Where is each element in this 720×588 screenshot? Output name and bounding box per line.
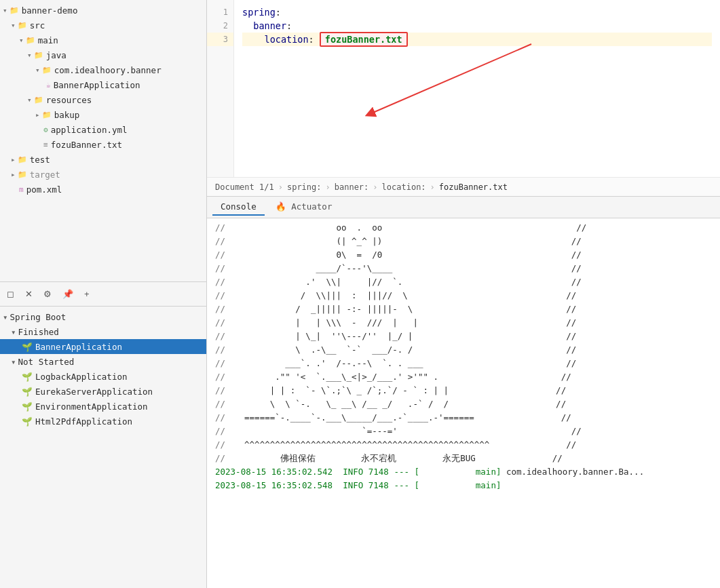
console-text: / \\||| : |||// \ //	[234, 289, 712, 302]
console-output[interactable]: // oo . oo // // (| ^_^ |) // // 0\ = /0	[207, 218, 720, 588]
breadcrumb-doc: Document 1/1	[215, 182, 274, 192]
spring-boot-label: Spring Boot	[10, 312, 67, 322]
run-tree: ▾ Spring Boot ▾ Finished 🌱 BannerApplica…	[0, 307, 206, 588]
console-log-line: 2023-08-15 16:35:02.542 INFO 7148 --- [ …	[215, 465, 712, 479]
run-item-label: EnvironmentApplication	[35, 401, 148, 412]
tree-item-pom-xml[interactable]: m pom.xml	[0, 182, 206, 197]
run-item-eureka[interactable]: 🌱 EurekaServerApplication	[0, 384, 206, 399]
tree-item-com-idealhoory[interactable]: ▾ 📁 com.idealhoory.banner	[0, 62, 206, 77]
txt-file-icon: ≡	[43, 140, 48, 149]
console-area: Console 🔥 Actuator // oo . oo // // (| ^…	[207, 197, 720, 588]
folder-icon: 📁	[42, 111, 52, 119]
tree-label: com.idealhoory.banner	[54, 65, 162, 75]
folder-icon: 📁	[42, 66, 52, 75]
run-section-finished[interactable]: ▾ Finished	[0, 324, 206, 339]
console-text: ___`. .' /--.--\ `. . ___ //	[234, 357, 712, 370]
console-text: | | \\\ - /// | | //	[234, 316, 712, 330]
console-text: 佛祖保佑 永不宕机 永无BUG //	[234, 452, 712, 465]
run-pin-button[interactable]: 📌	[60, 288, 76, 300]
console-prefix: //	[215, 343, 234, 357]
run-item-environment[interactable]: 🌱 EnvironmentApplication	[0, 399, 206, 414]
spring-icon: 🌱	[22, 387, 33, 397]
console-line: // / \\||| : |||// \ //	[215, 289, 712, 302]
console-line: // `=---=' //	[215, 425, 712, 438]
console-prefix: //	[215, 275, 234, 289]
code-editor[interactable]: 1 2 3 spring: banner: location: fozuBann…	[207, 0, 720, 177]
breadcrumb-banner: banner:	[335, 182, 369, 192]
folder-icon: 📁	[34, 51, 43, 60]
spring-icon: 🌱	[22, 401, 33, 412]
run-item-label: Html2PdfApplication	[35, 416, 132, 427]
console-text: .' \\| |// `. //	[234, 275, 712, 289]
chevron-right-icon: ▸	[11, 170, 16, 179]
tree-item-banner-application-java[interactable]: ☕ BannerApplication	[0, 77, 206, 92]
run-item-label: BannerApplication	[35, 342, 122, 352]
console-text: ^^^^^^^^^^^^^^^^^^^^^^^^^^^^^^^^^^^^^^^^…	[234, 438, 712, 452]
chevron-down-icon: ▾	[27, 96, 32, 104]
console-prefix: //	[215, 384, 234, 397]
run-controls: ◻ ✕ ⚙ 📌 +	[0, 282, 206, 307]
console-line: // 佛祖保佑 永不宕机 永无BUG //	[215, 452, 712, 465]
console-text: ======`-.____`-.___\_____/___.-`____.-'=…	[234, 411, 712, 425]
run-filter-button[interactable]: ⚙	[41, 288, 54, 300]
run-add-button[interactable]: +	[81, 288, 92, 300]
tree-item-resources[interactable]: ▾ 📁 resources	[0, 92, 206, 107]
tree-item-test[interactable]: ▸ 📁 test	[0, 152, 206, 167]
run-item-label: EurekaServerApplication	[35, 387, 153, 397]
run-section-not-started[interactable]: ▾ Not Started	[0, 354, 206, 369]
console-prefix: //	[215, 330, 234, 343]
console-line: // oo . oo //	[215, 221, 712, 235]
run-stop-button[interactable]: ◻	[4, 288, 17, 300]
chevron-down-icon: ▾	[3, 6, 7, 15]
tab-console[interactable]: Console	[212, 199, 265, 216]
console-prefix: //	[215, 302, 234, 316]
file-tree: ▾ 📁 banner-demo ▾ 📁 src ▾ 📁 main ▾ 📁 jav…	[0, 0, 206, 281]
editor-wrapper: 1 2 3 spring: banner: location: fozuBann…	[207, 0, 720, 177]
tree-item-fozubanner-txt[interactable]: ≡ fozuBanner.txt	[0, 137, 206, 152]
run-item-logback[interactable]: 🌱 LogbackApplication	[0, 369, 206, 384]
tree-label: java	[46, 50, 67, 60]
tree-item-src[interactable]: ▾ 📁 src	[0, 18, 206, 33]
tree-item-java[interactable]: ▾ 📁 java	[0, 47, 206, 62]
chevron-down-icon: ▾	[35, 66, 40, 75]
console-text: 2023-08-15 16:35:02.548 INFO 7148 --- [ …	[215, 479, 712, 492]
console-prefix: //	[215, 289, 234, 302]
chevron-right-icon: ▸	[11, 155, 16, 164]
tree-label: pom.xml	[26, 184, 62, 195]
tree-label: application.yml	[51, 125, 128, 135]
tree-item-main[interactable]: ▾ 📁 main	[0, 33, 206, 47]
console-tabs: Console 🔥 Actuator	[207, 197, 720, 218]
console-line: // ======`-.____`-.___\_____/___.-`____.…	[215, 411, 712, 425]
console-line: // ____/`---'\____ //	[215, 262, 712, 275]
line-num-2: 2	[207, 19, 233, 33]
run-item-banner-application[interactable]: 🌱 BannerApplication	[0, 339, 206, 354]
xml-file-icon: m	[19, 185, 24, 194]
tree-label: banner-demo	[22, 5, 78, 16]
tab-actuator[interactable]: 🔥 Actuator	[267, 199, 341, 216]
console-text: \ \ `-. \_ __\ /__ _/ .-` / / //	[234, 397, 712, 411]
java-file-icon: ☕	[46, 81, 51, 90]
finished-label: Finished	[18, 327, 59, 337]
tree-label: test	[30, 155, 50, 165]
spring-icon: 🌱	[22, 372, 33, 382]
run-item-html2pdf[interactable]: 🌱 Html2PdfApplication	[0, 414, 206, 429]
tree-item-application-yml[interactable]: ⚙ application.yml	[0, 122, 206, 137]
run-section-spring-boot[interactable]: ▾ Spring Boot	[0, 309, 206, 324]
tree-label: fozuBanner.txt	[51, 140, 122, 150]
console-text: ."" '< `.___\_<|>_/___.' >'"" . //	[234, 370, 712, 384]
left-panel: ▾ 📁 banner-demo ▾ 📁 src ▾ 📁 main ▾ 📁 jav…	[0, 0, 207, 588]
code-line-2: banner:	[242, 19, 712, 33]
tree-item-target[interactable]: ▸ 📁 target	[0, 167, 206, 182]
console-line: // | \_| ''\---/'' |_/ | //	[215, 330, 712, 343]
spring-icon: 🌱	[22, 342, 33, 352]
chevron-down-icon: ▾	[19, 36, 24, 45]
console-text: \ .-\__ `-` ___/-. / //	[234, 343, 712, 357]
tree-label: target	[30, 170, 60, 180]
tree-item-bakup[interactable]: ▸ 📁 bakup	[0, 107, 206, 122]
yaml-file-icon: ⚙	[43, 125, 48, 134]
code-content[interactable]: spring: banner: location: fozuBanner.txt	[234, 0, 720, 177]
code-line-3: location: fozuBanner.txt	[242, 33, 712, 46]
run-close-button[interactable]: ✕	[22, 288, 35, 300]
breadcrumb-sep: ›	[278, 182, 283, 192]
tree-item-banner-demo[interactable]: ▾ 📁 banner-demo	[0, 3, 206, 18]
